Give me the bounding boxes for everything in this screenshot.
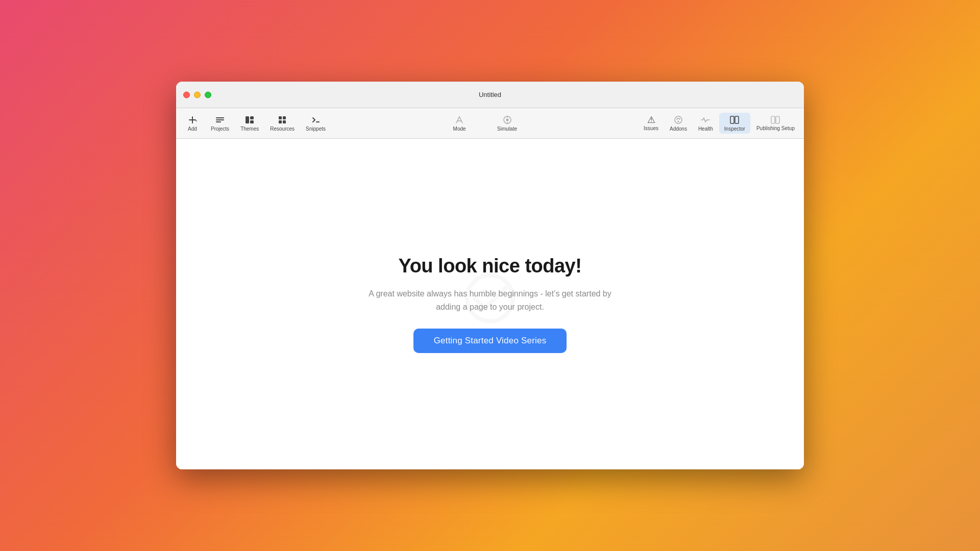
mode-icon: [454, 115, 464, 125]
svg-rect-19: [771, 116, 775, 123]
themes-label: Themes: [240, 126, 259, 132]
snippets-icon: [311, 115, 321, 125]
svg-rect-1: [189, 119, 196, 120]
toolbar-right: ⚠ Issues Addons: [639, 113, 800, 134]
welcome-area: You look nice today! A great website alw…: [368, 255, 612, 353]
svg-rect-11: [283, 120, 286, 123]
titlebar: Untitled: [176, 82, 804, 108]
svg-rect-9: [283, 116, 286, 119]
addons-label: Addons: [670, 126, 687, 132]
svg-rect-7: [250, 120, 254, 123]
resources-label: Resources: [270, 126, 295, 132]
simulate-icon: [502, 115, 512, 125]
mode-label: Mode: [453, 126, 466, 132]
close-button[interactable]: [183, 91, 190, 98]
projects-label: Projects: [211, 126, 229, 132]
simulate-button[interactable]: Simulate: [492, 113, 522, 134]
health-icon: [700, 115, 710, 125]
main-content: You look nice today! A great website alw…: [176, 139, 804, 469]
svg-rect-12: [316, 121, 320, 122]
svg-rect-5: [246, 116, 249, 123]
svg-rect-18: [735, 116, 739, 123]
svg-rect-4: [216, 121, 221, 122]
inspector-icon: [729, 115, 740, 125]
themes-button[interactable]: Themes: [235, 113, 264, 134]
inspector-button[interactable]: Inspector: [719, 113, 750, 134]
issues-label: Issues: [644, 126, 658, 131]
add-button[interactable]: Add: [180, 113, 205, 134]
toolbar-left: Add Projects: [180, 113, 331, 134]
svg-rect-2: [216, 117, 224, 118]
publishing-setup-icon-row: [771, 115, 780, 124]
svg-rect-10: [279, 120, 282, 123]
projects-icon: [215, 115, 225, 125]
health-button[interactable]: Health: [693, 113, 718, 134]
svg-rect-17: [730, 116, 734, 123]
toolbar: Add Projects: [176, 108, 804, 139]
add-label: Add: [188, 126, 197, 132]
add-icon: [187, 115, 198, 125]
projects-button[interactable]: Projects: [206, 113, 234, 134]
issues-button[interactable]: ⚠ Issues: [639, 113, 664, 133]
svg-rect-8: [279, 116, 282, 119]
svg-rect-6: [250, 116, 254, 119]
publishing-setup-label: Publishing Setup: [756, 126, 795, 131]
traffic-lights: [183, 91, 211, 98]
snippets-label: Snippets: [306, 126, 326, 132]
publishing-setup-button[interactable]: Publishing Setup: [751, 113, 800, 133]
themes-icon: [244, 115, 255, 125]
welcome-subtitle: A great website always has humble beginn…: [368, 287, 612, 313]
svg-point-15: [675, 116, 682, 123]
svg-point-14: [506, 119, 508, 121]
simulate-label: Simulate: [497, 126, 517, 132]
addons-button[interactable]: Addons: [665, 113, 692, 134]
health-label: Health: [698, 126, 713, 132]
snippets-button[interactable]: Snippets: [301, 113, 331, 134]
window-title: Untitled: [479, 91, 501, 98]
app-window: Untitled Add: [176, 82, 804, 469]
resources-button[interactable]: Resources: [265, 113, 300, 134]
addons-icon: [673, 115, 683, 125]
minimize-button[interactable]: [194, 91, 201, 98]
svg-point-16: [677, 121, 679, 122]
inspector-label: Inspector: [724, 126, 745, 132]
getting-started-button[interactable]: Getting Started Video Series: [413, 329, 567, 353]
resources-icon: [277, 115, 287, 125]
svg-rect-3: [216, 119, 224, 120]
issues-icon: ⚠: [647, 115, 655, 124]
toolbar-center: Mode Simulate: [331, 113, 639, 134]
welcome-title: You look nice today!: [399, 255, 582, 277]
mode-button[interactable]: Mode: [447, 113, 472, 134]
svg-rect-20: [776, 116, 779, 123]
maximize-button[interactable]: [205, 91, 211, 98]
